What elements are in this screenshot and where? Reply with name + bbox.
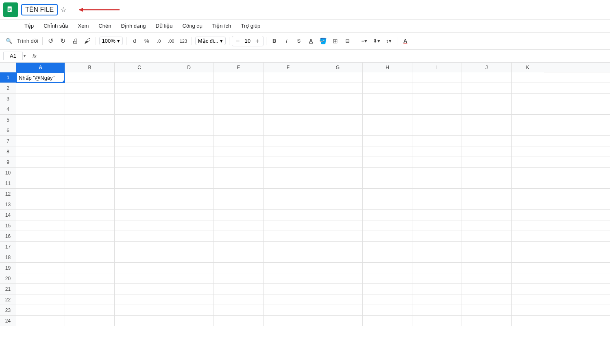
row-num-8[interactable]: 8 <box>0 146 16 157</box>
cell-c6[interactable] <box>115 125 164 136</box>
cell-j24[interactable] <box>462 316 512 326</box>
cell-k6[interactable] <box>512 125 544 136</box>
cell-k9[interactable] <box>512 157 544 168</box>
borders-button[interactable]: ⊞ <box>330 35 341 47</box>
cell-k3[interactable] <box>512 94 544 104</box>
menu-item-trợ-giúp[interactable]: Trợ giúp <box>237 21 264 31</box>
cell-g11[interactable] <box>313 178 363 189</box>
cell-i22[interactable] <box>412 294 462 305</box>
cell-i9[interactable] <box>412 157 462 168</box>
cell-d6[interactable] <box>164 125 214 136</box>
menu-item-chỉnh-sửa[interactable]: Chỉnh sửa <box>39 21 72 31</box>
cell-i4[interactable] <box>412 104 462 115</box>
cell-b12[interactable] <box>65 189 115 199</box>
cell-c8[interactable] <box>115 146 164 157</box>
cell-b4[interactable] <box>65 104 115 115</box>
cell-ref-dropdown[interactable]: ▾ <box>24 54 26 58</box>
cell-c3[interactable] <box>115 94 164 104</box>
menu-item-chèn[interactable]: Chèn <box>94 21 115 31</box>
cell-f18[interactable] <box>264 252 313 263</box>
cell-e11[interactable] <box>214 178 264 189</box>
font-size-plus[interactable]: + <box>253 37 261 45</box>
cell-d10[interactable] <box>164 168 214 178</box>
cell-g22[interactable] <box>313 294 363 305</box>
row-num-11[interactable]: 11 <box>0 178 16 188</box>
cell-b10[interactable] <box>65 168 115 178</box>
cell-a20[interactable] <box>16 273 65 284</box>
row-num-15[interactable]: 15 <box>0 220 16 231</box>
cell-k7[interactable] <box>512 136 544 146</box>
cell-e5[interactable] <box>214 115 264 125</box>
cell-h19[interactable] <box>363 263 412 273</box>
cell-g24[interactable] <box>313 316 363 326</box>
align-button[interactable]: ≡▾ <box>359 35 370 47</box>
row-num-17[interactable]: 17 <box>0 242 16 252</box>
cell-k22[interactable] <box>512 294 544 305</box>
cell-c24[interactable] <box>115 316 164 326</box>
cell-a17[interactable] <box>16 242 65 252</box>
cell-i19[interactable] <box>412 263 462 273</box>
cell-k12[interactable] <box>512 189 544 199</box>
row-num-14[interactable]: 14 <box>0 210 16 220</box>
text-color-button[interactable]: A <box>305 35 317 47</box>
cell-b18[interactable] <box>65 252 115 263</box>
cell-j13[interactable] <box>462 199 512 210</box>
cell-j18[interactable] <box>462 252 512 263</box>
cell-d17[interactable] <box>164 242 214 252</box>
menu-item-định-dạng[interactable]: Định dạng <box>117 21 150 31</box>
cell-h20[interactable] <box>363 273 412 284</box>
cell-f1[interactable] <box>264 72 313 83</box>
cell-f5[interactable] <box>264 115 313 125</box>
cell-e23[interactable] <box>214 305 264 316</box>
row-num-4[interactable]: 4 <box>0 104 16 114</box>
cell-f19[interactable] <box>264 263 313 273</box>
cell-a22[interactable] <box>16 294 65 305</box>
cell-a3[interactable] <box>16 94 65 104</box>
cell-k20[interactable] <box>512 273 544 284</box>
cell-k18[interactable] <box>512 252 544 263</box>
col-header-d[interactable]: D <box>164 63 214 72</box>
cell-h22[interactable] <box>363 294 412 305</box>
cell-h12[interactable] <box>363 189 412 199</box>
menu-item-dữ-liệu[interactable]: Dữ liệu <box>152 21 177 31</box>
cell-d21[interactable] <box>164 284 214 294</box>
cell-e2[interactable] <box>214 83 264 94</box>
cell-c11[interactable] <box>115 178 164 189</box>
cell-c16[interactable] <box>115 231 164 242</box>
cell-i24[interactable] <box>412 316 462 326</box>
cell-h1[interactable] <box>363 72 412 83</box>
cell-k16[interactable] <box>512 231 544 242</box>
cell-e9[interactable] <box>214 157 264 168</box>
cell-a24[interactable] <box>16 316 65 326</box>
toolbar-search-label[interactable]: Trình dời <box>15 35 40 47</box>
cell-h4[interactable] <box>363 104 412 115</box>
cell-f20[interactable] <box>264 273 313 284</box>
cell-e15[interactable] <box>214 220 264 231</box>
cell-b19[interactable] <box>65 263 115 273</box>
cell-f2[interactable] <box>264 83 313 94</box>
cell-e13[interactable] <box>214 199 264 210</box>
cell-d15[interactable] <box>164 220 214 231</box>
cell-a19[interactable] <box>16 263 65 273</box>
cell-k17[interactable] <box>512 242 544 252</box>
cell-d9[interactable] <box>164 157 214 168</box>
cell-g21[interactable] <box>313 284 363 294</box>
cell-c23[interactable] <box>115 305 164 316</box>
cell-i13[interactable] <box>412 199 462 210</box>
row-num-23[interactable]: 23 <box>0 305 16 315</box>
row-num-22[interactable]: 22 <box>0 294 16 305</box>
cell-j5[interactable] <box>462 115 512 125</box>
cell-k10[interactable] <box>512 168 544 178</box>
cell-b7[interactable] <box>65 136 115 146</box>
cell-e21[interactable] <box>214 284 264 294</box>
cell-d3[interactable] <box>164 94 214 104</box>
font-selector[interactable]: Mặc đi... ▾ <box>195 37 226 45</box>
cell-i10[interactable] <box>412 168 462 178</box>
percent-button[interactable]: % <box>141 35 152 47</box>
cell-j22[interactable] <box>462 294 512 305</box>
cell-e7[interactable] <box>214 136 264 146</box>
cell-j20[interactable] <box>462 273 512 284</box>
cell-d5[interactable] <box>164 115 214 125</box>
cell-g13[interactable] <box>313 199 363 210</box>
search-icon[interactable]: 🔍 <box>3 35 15 47</box>
